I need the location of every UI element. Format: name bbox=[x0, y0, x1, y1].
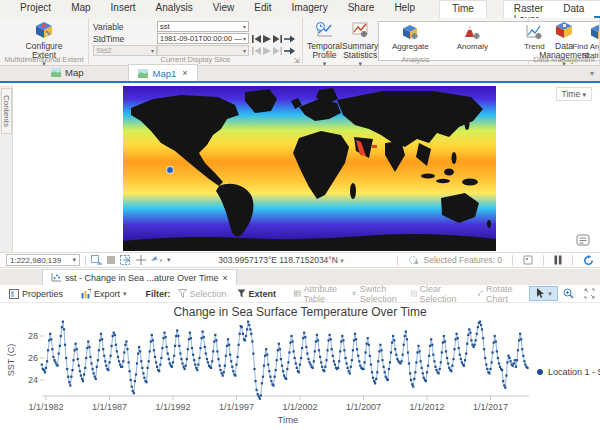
chart-view[interactable]: Change in Sea Surface Temperature Over T… bbox=[0, 303, 600, 430]
filter-extent-button[interactable]: Extent bbox=[232, 288, 282, 300]
data-point bbox=[402, 354, 404, 356]
data-point bbox=[158, 370, 160, 372]
legend-marker bbox=[537, 369, 543, 375]
contents-pane-tab[interactable]: Contents bbox=[1, 88, 12, 134]
clear-selection-button[interactable]: Clear Selection bbox=[406, 283, 465, 305]
location-1-marker[interactable] bbox=[167, 167, 174, 174]
data-point bbox=[450, 370, 452, 372]
scale-value: 1:222,980,139 bbox=[10, 256, 61, 265]
data-point bbox=[48, 339, 50, 341]
tab-imagery[interactable]: Imagery bbox=[282, 0, 338, 18]
data-point bbox=[375, 378, 377, 380]
pause-drawing-icon[interactable] bbox=[554, 255, 562, 265]
play-button[interactable] bbox=[263, 35, 271, 43]
tab-map[interactable]: Map bbox=[61, 0, 100, 18]
data-point bbox=[425, 380, 427, 382]
tab-edit[interactable]: Edit bbox=[244, 0, 281, 18]
attribute-table-button[interactable]: Attribute Table bbox=[289, 283, 346, 305]
temporal-profile-icon bbox=[314, 21, 334, 41]
dialog-launcher-icon[interactable]: ⇲ bbox=[293, 56, 300, 65]
y-tick-label: 26 bbox=[28, 353, 38, 363]
tab-data[interactable]: Data bbox=[553, 1, 594, 18]
data-point bbox=[102, 348, 104, 350]
chart-select-tool-button[interactable]: ▾ bbox=[529, 286, 558, 301]
next-slice-button[interactable] bbox=[284, 35, 295, 43]
pan-tool-icon[interactable] bbox=[150, 255, 163, 265]
scale-input[interactable]: 1:222,980,139 ▾ bbox=[6, 254, 80, 266]
data-point bbox=[95, 378, 97, 380]
variable-dropdown[interactable]: sst▾ bbox=[157, 21, 249, 32]
rotate-chart-button[interactable]: Rotate Chart bbox=[473, 283, 522, 305]
x-tick-label: 1/1/1992 bbox=[155, 402, 190, 412]
data-point bbox=[513, 362, 515, 364]
snapping-icon[interactable] bbox=[120, 255, 132, 265]
chart-tab-close-icon[interactable]: × bbox=[223, 273, 228, 283]
chart-zoom-tool-button[interactable] bbox=[558, 287, 579, 300]
x-tick-label: 1/1/1982 bbox=[28, 402, 63, 412]
filter-selection-button[interactable]: Selection bbox=[173, 288, 232, 300]
step-forward-button[interactable] bbox=[273, 35, 282, 43]
stdtime-dropdown[interactable]: 1981-09-01T00:00:00 —▾ bbox=[157, 33, 249, 44]
map-view[interactable]: Contents bbox=[0, 85, 600, 252]
chart-panel-tab[interactable]: sst - Change in Sea ...ature Over Time × bbox=[42, 269, 237, 285]
coordinates-readout[interactable]: 303.9957173°E 118.7152034°N ▾ bbox=[171, 255, 392, 265]
layout-tool-icon[interactable] bbox=[523, 255, 533, 265]
data-point bbox=[351, 359, 353, 361]
data-point bbox=[256, 389, 258, 391]
view-tab-bar: Map Map1 × ▾ bbox=[0, 66, 600, 83]
data-point bbox=[119, 364, 121, 366]
tab-multidimensional[interactable]: Multidimensional bbox=[594, 1, 600, 18]
data-point bbox=[161, 347, 163, 349]
map-time-button[interactable]: Time ▾ bbox=[556, 87, 592, 101]
data-point bbox=[442, 342, 444, 344]
z-step-forward-button[interactable] bbox=[273, 47, 282, 55]
data-point bbox=[192, 354, 194, 356]
sst-raster-map[interactable] bbox=[123, 86, 496, 251]
tab-share[interactable]: Share bbox=[338, 0, 385, 18]
filter-label: Filter: bbox=[140, 289, 173, 299]
data-point bbox=[223, 371, 225, 373]
z-next-slice-button[interactable] bbox=[284, 47, 295, 55]
chart-export-button[interactable]: Export ▾ bbox=[76, 288, 132, 300]
data-point bbox=[195, 367, 197, 369]
data-point bbox=[50, 338, 52, 340]
chart-full-extent-button[interactable] bbox=[579, 287, 600, 300]
data-point bbox=[409, 372, 411, 374]
scale-caret-icon: ▾ bbox=[72, 256, 76, 264]
select-features-icon[interactable] bbox=[91, 255, 102, 265]
tab-time[interactable]: Time bbox=[439, 0, 487, 18]
catalog-flyout-icon[interactable] bbox=[576, 234, 590, 246]
crosshair-icon[interactable] bbox=[136, 255, 146, 265]
data-point bbox=[496, 350, 498, 352]
data-point bbox=[247, 321, 249, 323]
aggregate-label: Aggregate bbox=[392, 43, 429, 52]
tab-view[interactable]: View bbox=[203, 0, 245, 18]
tab-analysis[interactable]: Analysis bbox=[146, 0, 203, 18]
refresh-icon[interactable] bbox=[583, 255, 594, 266]
data-point bbox=[191, 347, 193, 349]
chart-properties-button[interactable]: Properties bbox=[4, 288, 68, 300]
data-point bbox=[197, 364, 199, 366]
tab-raster-layer[interactable]: Raster Layer bbox=[504, 1, 553, 18]
tab-insert[interactable]: Insert bbox=[101, 0, 146, 18]
view-tab-map[interactable]: Map bbox=[42, 64, 92, 81]
data-point bbox=[224, 365, 226, 367]
view-tab-map1[interactable]: Map1 × bbox=[128, 64, 197, 81]
data-point bbox=[244, 339, 246, 341]
data-point bbox=[346, 362, 348, 364]
tab-help[interactable]: Help bbox=[384, 0, 425, 18]
tab-overflow-chevron-icon[interactable]: ▾ bbox=[590, 69, 594, 78]
step-back-button[interactable] bbox=[252, 35, 261, 43]
z-play-button[interactable] bbox=[263, 47, 271, 55]
x-tick-label: 1/1/2007 bbox=[346, 402, 381, 412]
data-point bbox=[193, 359, 195, 361]
grid-icon[interactable] bbox=[106, 255, 116, 265]
tab-project[interactable]: Project bbox=[10, 0, 61, 18]
data-point bbox=[148, 360, 150, 362]
z-step-back-button[interactable] bbox=[252, 47, 261, 55]
data-point bbox=[288, 351, 290, 353]
close-tab-icon[interactable]: × bbox=[182, 68, 187, 78]
switch-selection-button[interactable]: Switch Selection bbox=[346, 283, 406, 305]
data-point bbox=[426, 371, 428, 373]
data-point bbox=[270, 380, 272, 382]
